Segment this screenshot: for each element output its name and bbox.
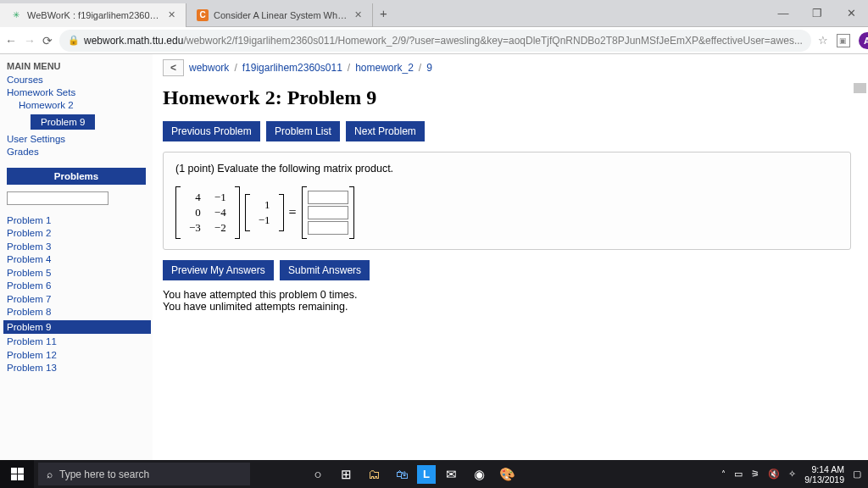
back-button[interactable]: ← [5, 34, 17, 47]
sidebar: MAIN MENU Courses Homework Sets Homework… [0, 54, 153, 460]
chrome-icon[interactable]: ◉ [466, 462, 492, 487]
problem-link[interactable]: Problem 3 [7, 241, 146, 252]
problem-jump-input[interactable] [7, 191, 108, 205]
url-host: webwork.math.ttu.edu [84, 35, 183, 47]
breadcrumb-part[interactable]: f19igarlihem2360s011 [242, 62, 342, 74]
sidebar-user-settings[interactable]: User Settings [7, 134, 146, 144]
cortana-icon[interactable]: ○ [305, 462, 331, 487]
tab-label: Consider A Linear System Whose [214, 10, 349, 20]
next-problem-button[interactable]: Next Problem [346, 121, 425, 141]
taskbar-clock[interactable]: 9:14 AM 9/13/2019 [804, 464, 844, 485]
problem-link[interactable]: Problem 13 [7, 363, 146, 373]
address-bar: ← → ⟳ 🔒 webwork.math.ttu.edu /webwork2/f… [0, 27, 868, 54]
search-placeholder: Type here to search [59, 469, 149, 480]
profile-avatar[interactable]: A [859, 32, 868, 49]
search-icon: ⌕ [47, 469, 53, 480]
problem-link[interactable]: Problem 9 [3, 320, 151, 334]
tab-label: WeBWorK : f19igarlihem2360s01 [27, 10, 163, 20]
ease-icon[interactable]: ✧ [788, 469, 796, 480]
answer-matrix [302, 186, 354, 239]
window-minimize[interactable]: — [766, 7, 800, 19]
main-menu-heading: MAIN MENU [7, 61, 146, 71]
problems-heading: Problems [7, 168, 146, 185]
previous-problem-button[interactable]: Previous Problem [163, 121, 260, 141]
sidebar-problem-9-active[interactable]: Problem 9 [31, 114, 95, 130]
paint-icon[interactable]: 🎨 [494, 462, 520, 487]
mail-icon[interactable]: ✉ [438, 462, 464, 487]
file-explorer-icon[interactable]: 🗂 [361, 462, 387, 487]
matrix-b: 1−1 [245, 194, 284, 231]
tray-expand-icon[interactable]: ˄ [721, 469, 726, 479]
browser-tabstrip: ✳ WeBWorK : f19igarlihem2360s01 ✕ C Cons… [0, 0, 868, 27]
answer-input-2[interactable] [308, 206, 348, 219]
window-maximize[interactable]: ❐ [800, 7, 834, 19]
sidebar-grades[interactable]: Grades [7, 147, 146, 157]
taskbar-search[interactable]: ⌕ Type here to search [38, 463, 250, 485]
problem-link[interactable]: Problem 4 [7, 254, 146, 264]
equals-sign: = [289, 205, 297, 220]
url-input[interactable]: 🔒 webwork.math.ttu.edu /webwork2/f19igar… [59, 30, 811, 52]
battery-icon[interactable]: ▭ [734, 469, 743, 480]
favicon-webwork: ✳ [10, 9, 22, 21]
problem-link[interactable]: Problem 8 [7, 307, 146, 317]
problem-link[interactable]: Problem 7 [7, 294, 146, 304]
problem-list-button[interactable]: Problem List [266, 121, 340, 141]
breadcrumb-back[interactable]: < [163, 59, 184, 76]
reload-button[interactable]: ⟳ [42, 34, 53, 47]
preview-answers-button[interactable]: Preview My Answers [163, 260, 274, 280]
attempts-line-2: You have unlimited attempts remaining. [163, 301, 851, 313]
task-view-icon[interactable]: ⊞ [333, 462, 359, 487]
start-button[interactable] [0, 460, 34, 488]
problem-link[interactable]: Problem 11 [7, 336, 146, 347]
close-icon[interactable]: ✕ [168, 9, 175, 20]
url-path: /webwork2/f19igarlihem2360s011/Homework_… [183, 35, 802, 47]
problem-link[interactable]: Problem 5 [7, 268, 146, 278]
forward-button[interactable]: → [24, 34, 36, 47]
problem-link[interactable]: Problem 2 [7, 228, 146, 238]
problem-link[interactable]: Problem 1 [7, 215, 146, 225]
problem-link[interactable]: Problem 6 [7, 280, 146, 291]
tab-chegg[interactable]: C Consider A Linear System Whose ✕ [186, 3, 373, 27]
breadcrumb-part[interactable]: homework_2 [355, 62, 414, 74]
problem-list: Problem 1Problem 2Problem 3Problem 4Prob… [7, 215, 146, 374]
extension-icon[interactable]: ▣ [837, 34, 850, 47]
sidebar-courses[interactable]: Courses [7, 75, 146, 85]
volume-icon[interactable]: 🔇 [768, 469, 780, 480]
new-tab-button[interactable]: + [380, 6, 387, 20]
tab-webwork[interactable]: ✳ WeBWorK : f19igarlihem2360s01 ✕ [0, 3, 186, 27]
scrollbar[interactable] [854, 83, 866, 93]
notification-icon[interactable]: ▢ [853, 469, 861, 480]
answer-input-1[interactable] [308, 191, 348, 204]
breadcrumb-part[interactable]: webwork [189, 62, 229, 74]
problem-prompt: (1 point) Evaluate the following matrix … [175, 163, 838, 175]
problem-link[interactable]: Problem 12 [7, 350, 146, 360]
app-icon[interactable]: L [417, 465, 436, 484]
matrix-a: 4−10−4−3−2 [175, 186, 240, 239]
wifi-icon[interactable]: ⚞ [751, 469, 760, 480]
attempts-line-1: You have attempted this problem 0 times. [163, 289, 851, 301]
breadcrumb-part[interactable]: 9 [426, 62, 432, 74]
answer-input-3[interactable] [308, 221, 348, 235]
windows-taskbar: ⌕ Type here to search ○ ⊞ 🗂 🛍 L ✉ ◉ 🎨 ˄ … [0, 460, 868, 488]
submit-answers-button[interactable]: Submit Answers [280, 260, 370, 280]
windows-logo-icon [11, 468, 24, 480]
window-close[interactable]: ✕ [834, 7, 868, 19]
bookmark-icon[interactable]: ☆ [818, 34, 828, 47]
sidebar-homework-sets[interactable]: Homework Sets [7, 87, 146, 97]
close-icon[interactable]: ✕ [354, 9, 362, 20]
favicon-chegg: C [197, 9, 209, 21]
lock-icon: 🔒 [68, 35, 80, 46]
store-icon[interactable]: 🛍 [389, 462, 415, 487]
problem-box: (1 point) Evaluate the following matrix … [163, 152, 851, 250]
sidebar-homework-2[interactable]: Homework 2 [19, 100, 146, 110]
main-content: < webwork/ f19igarlihem2360s011/ homewor… [153, 54, 868, 460]
page-title: Homework 2: Problem 9 [163, 86, 851, 109]
